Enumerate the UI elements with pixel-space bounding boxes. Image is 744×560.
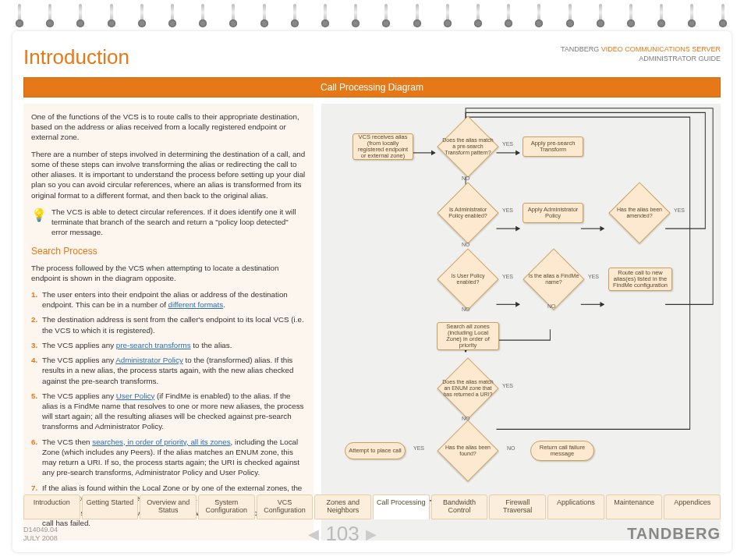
flow-decision-enum: Does the alias match an ENUM zone that h… (437, 369, 499, 408)
link-searches-zones[interactable]: searches, in order of priority, all its … (92, 438, 230, 446)
list-item: The VCS applies any Administrator Policy… (42, 355, 306, 386)
flow-apply-adminpolicy: Apply Administrator Policy (523, 203, 583, 223)
tab-applications[interactable]: Applications (547, 494, 604, 519)
edge-no: NO (462, 307, 470, 312)
flow-decision-userpolicy: Is User Policy enabled? (437, 260, 499, 299)
tab-firewall-traversal[interactable]: Firewall Traversal (489, 494, 546, 519)
brand-logo: TANDBERG (627, 525, 721, 543)
edge-yes: YES (502, 207, 513, 213)
link-different-formats[interactable]: different formats (168, 300, 224, 309)
page-number: 103 (325, 522, 359, 546)
note-text: The VCS is able to detect circular refer… (51, 207, 306, 238)
section-bar: Call Processing Diagram (23, 77, 721, 97)
tab-system-configuration[interactable]: System Configuration (198, 494, 255, 519)
tab-bandwidth-control[interactable]: Bandwidth Control (431, 494, 488, 519)
list-item: The destination address is sent from the… (42, 314, 306, 335)
edge-no: NO (547, 303, 556, 309)
tab-appendices[interactable]: Appendices (664, 494, 721, 519)
edge-no: NO (462, 242, 470, 247)
flowchart: VCS receives alias (from locally registe… (321, 104, 721, 541)
doc-number: D14049.04 (23, 526, 58, 534)
flow-decision-adminpolicy: Is Administrator Policy enabled? (437, 193, 499, 232)
subheading: Search Process (31, 245, 306, 257)
edge-no: NO (462, 175, 470, 181)
flow-apply-presearch: Apply pre-search Transform (523, 136, 583, 157)
brand-line2: ADMINISTRATOR GUIDE (561, 55, 721, 64)
brand-accent: VIDEO COMMUNICATIONS SERVER (601, 45, 721, 53)
flow-place-call: Attempt to place call (345, 442, 406, 459)
list-item: The VCS then searches, in order of prior… (42, 437, 306, 478)
link-presearch-transforms[interactable]: pre-search transforms (116, 341, 191, 349)
flow-search-zones: Search all zones (including Local Zone) … (437, 322, 499, 350)
edge-yes: YES (413, 445, 424, 451)
edge-no: NO (462, 416, 470, 421)
flow-decision-amended: Has the alias been amended? (608, 193, 671, 232)
tab-getting-started[interactable]: Getting Started (82, 494, 139, 519)
edge-no: NO (507, 445, 515, 451)
edge-yes: YES (588, 274, 599, 279)
flow-decision-presearch: Does the alias match a pre-search Transf… (437, 127, 499, 166)
flow-decision-found: Has the alias been found? (437, 431, 499, 470)
link-user-policy[interactable]: User Policy (116, 392, 155, 400)
edge-yes: YES (674, 207, 685, 213)
edge-yes: YES (502, 274, 513, 279)
prev-page-icon[interactable]: ◀ (308, 526, 319, 543)
paragraph: The process followed by the VCS when att… (31, 263, 306, 283)
doc-date: JULY 2008 (23, 534, 58, 543)
steps-list: The user enters into their endpoint the … (31, 289, 306, 528)
tab-maintenance[interactable]: Maintenance (606, 494, 663, 519)
flow-route-findme: Route call to new alias(es) listed in th… (608, 268, 672, 291)
tab-overview-status[interactable]: Overview and Status (140, 494, 197, 519)
list-item: The VCS applies any User Policy (if Find… (42, 391, 306, 432)
lightbulb-icon: 💡 (31, 207, 47, 238)
page-title: Introduction (23, 45, 129, 69)
flow-decision-findme: Is the alias a FindMe name? (523, 260, 585, 299)
page-nav: ◀ 103 ▶ (308, 522, 376, 546)
page: Introduction TANDBERG VIDEO COMMUNICATIO… (12, 31, 732, 552)
paragraph: One of the functions of the VCS is to ro… (31, 112, 306, 143)
list-item: The VCS applies any pre-search transform… (42, 340, 306, 350)
flow-failure: Return call failure message (530, 441, 594, 461)
paragraph: There are a number of steps involved in … (31, 149, 306, 200)
tab-zones-neighbors[interactable]: Zones and Neighbors (314, 494, 371, 519)
link-administrator-policy[interactable]: Administrator Policy (115, 356, 183, 364)
edge-yes: YES (502, 383, 513, 388)
tab-vcs-configuration[interactable]: VCS Configuration (257, 494, 314, 519)
flow-start: VCS receives alias (from locally registe… (353, 133, 413, 160)
doc-info: D14049.04 JULY 2008 (23, 526, 58, 543)
list-item: The user enters into their endpoint the … (42, 289, 306, 310)
brand-prefix: TANDBERG (561, 45, 601, 53)
tab-call-processing[interactable]: Call Processing (373, 494, 430, 519)
nav-tabs: Introduction Getting Started Overview an… (23, 494, 721, 519)
tab-introduction[interactable]: Introduction (23, 494, 80, 519)
next-page-icon[interactable]: ▶ (366, 526, 377, 543)
spiral-binding (16, 4, 728, 35)
edge-yes: YES (502, 141, 513, 147)
body-text: One of the functions of the VCS is to ro… (23, 104, 314, 541)
brand-block: TANDBERG VIDEO COMMUNICATIONS SERVER ADM… (561, 45, 721, 63)
